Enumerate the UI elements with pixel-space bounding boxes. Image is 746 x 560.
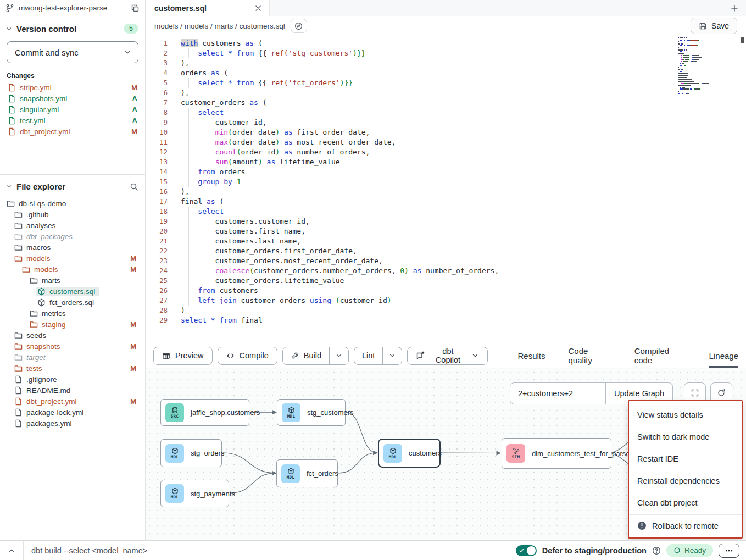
file-tree-item-analyses[interactable]: analyses — [0, 220, 145, 231]
build-options-chevron[interactable] — [329, 347, 348, 364]
code-line: ), — [181, 187, 746, 197]
lineage-node-stg-customers[interactable]: MDLstg_customers — [277, 399, 346, 426]
lint-options-chevron[interactable] — [382, 347, 402, 364]
tab-lineage[interactable]: Lineage — [709, 343, 738, 368]
file-icon — [14, 375, 23, 384]
lint-button[interactable]: Lint — [354, 347, 382, 364]
chevron-down-icon — [335, 352, 343, 359]
new-tab-button[interactable] — [723, 0, 746, 16]
file-tree-item-package-lock-yml[interactable]: package-lock.yml — [0, 407, 145, 418]
file-tree-item-staging[interactable]: stagingM — [0, 319, 145, 330]
file-tree-item--gitignore[interactable]: .gitignore — [0, 374, 145, 385]
line-number: 9 — [146, 118, 168, 127]
lineage-selector-input[interactable] — [510, 383, 605, 404]
dbt-copilot-button[interactable]: dbt Copilot — [407, 347, 487, 365]
menu-item-restart-ide[interactable]: Restart IDE — [629, 448, 742, 470]
main-area: customers.sql models / models / marts / … — [146, 0, 746, 540]
more-options-button[interactable] — [719, 544, 739, 558]
badge-label: MDL — [389, 454, 397, 459]
folder-icon — [14, 210, 23, 219]
file-tree-item-marts[interactable]: marts — [0, 275, 145, 286]
changed-file-row[interactable]: stripe.ymlM — [0, 82, 145, 93]
open-in-explorer-button[interactable] — [291, 19, 307, 33]
file-tree-item--github[interactable]: .github — [0, 209, 145, 220]
code-line: customer_orders.most_recent_order_date, — [181, 256, 746, 266]
code-line: customers.last_name, — [181, 236, 746, 246]
tab-code-quality[interactable]: Code quality — [569, 343, 611, 368]
menu-item-clean-dbt-project[interactable]: Clean dbt project — [629, 492, 742, 514]
changed-file-row[interactable]: test.ymlA — [0, 115, 145, 126]
file-name: analyses — [26, 221, 55, 230]
changed-file-row[interactable]: singular.ymlA — [0, 104, 145, 115]
tab-compiled-code[interactable]: Compiled code — [634, 343, 686, 368]
status-ready-badge[interactable]: Ready — [666, 544, 713, 557]
line-number: 19 — [146, 217, 168, 226]
file-tree-item-macros[interactable]: macros — [0, 242, 145, 253]
menu-item-rollback-to-remote[interactable]: Rollback to remote — [629, 514, 742, 536]
menu-item-label: View status details — [637, 411, 703, 419]
code-content[interactable]: with customers as ( select * from {{ ref… — [176, 35, 746, 343]
status-circle-icon — [673, 547, 681, 554]
tab-customers-sql[interactable]: customers.sql — [146, 0, 270, 16]
lineage-node-stg-orders[interactable]: MDLstg_orders — [160, 439, 222, 467]
lineage-node-fct-orders[interactable]: MDLfct_orders — [276, 459, 338, 487]
file-tree-item-metrics[interactable]: metrics — [0, 308, 145, 319]
line-number: 28 — [146, 306, 168, 315]
file-tree-item-dbt-packages[interactable]: dbt_packages — [0, 231, 145, 242]
file-tree-item-fct-orders-sql[interactable]: fct_orders.sql — [0, 297, 145, 308]
changed-file-row[interactable]: dbt_project.ymlM — [0, 126, 145, 137]
file-tree-item-readme-md[interactable]: README.md — [0, 385, 145, 396]
folder-icon — [14, 353, 23, 362]
mdl-icon — [287, 468, 294, 475]
lineage-node-jaffle-shop-customers[interactable]: SRCjaffle_shop.customers — [160, 399, 249, 426]
expand-command-bar-button[interactable] — [0, 541, 23, 560]
file-tree-item-tests[interactable]: testsM — [0, 363, 145, 374]
lineage-node-customers[interactable]: MDLcustomers — [378, 439, 441, 468]
file-tree-item-customers-sql[interactable]: customers.sql — [0, 286, 145, 297]
save-button[interactable]: Save — [691, 18, 737, 34]
file-name: fct_orders.sql — [49, 298, 94, 307]
breadcrumb: models / models / marts / customers.sql — [154, 22, 285, 30]
copy-icon[interactable] — [131, 4, 140, 13]
version-control-panel: Version control 5 Commit and sync Change… — [0, 16, 145, 175]
command-input[interactable]: dbt build --select <model_name> — [31, 546, 147, 555]
file-tree-item-models[interactable]: modelsM — [0, 253, 145, 264]
file-tree-item-snapshots[interactable]: snapshotsM — [0, 341, 145, 352]
line-number: 29 — [146, 315, 168, 325]
file-tree-item-models[interactable]: modelsM — [0, 264, 145, 275]
chevron-down-icon[interactable] — [5, 25, 13, 32]
breadcrumb-row: models / models / marts / customers.sql … — [146, 16, 746, 35]
build-button[interactable]: Build — [283, 347, 329, 364]
close-tab-icon[interactable] — [254, 4, 263, 13]
commit-options-chevron[interactable] — [116, 42, 138, 63]
tab-results[interactable]: Results — [518, 343, 545, 368]
code-line: left join customer_orders using (custome… — [181, 296, 746, 306]
file-tree-item-db-sl-qs-demo[interactable]: db-sl-qs-demo — [0, 198, 145, 209]
chevron-down-icon[interactable] — [5, 183, 13, 190]
defer-toggle[interactable] — [516, 545, 537, 556]
file-tree-item-dbt-project-yml[interactable]: dbt_project.ymlM — [0, 396, 145, 407]
lineage-node-stg-payments[interactable]: MDLstg_payments — [160, 480, 229, 507]
commit-and-sync-button[interactable]: Commit and sync — [7, 41, 138, 63]
expand-icon — [691, 389, 699, 397]
line-number: 17 — [146, 197, 168, 207]
changed-file-row[interactable]: snapshots.ymlA — [0, 93, 145, 104]
search-icon[interactable] — [130, 182, 138, 191]
preview-button[interactable]: Preview — [153, 347, 213, 365]
code-editor[interactable]: 1234567891011121314151617181920212223242… — [146, 35, 746, 343]
menu-item-view-status-details[interactable]: View status details — [629, 404, 742, 426]
line-number-gutter: 1234567891011121314151617181920212223242… — [146, 35, 176, 343]
file-tree-item-packages-yml[interactable]: packages.yml — [0, 418, 145, 429]
editor-scrollbar-thumb[interactable] — [741, 37, 744, 43]
menu-item-switch-to-dark-mode[interactable]: Switch to dark mode — [629, 426, 742, 448]
chevron-down-icon — [388, 352, 396, 359]
changed-file-name: stripe.yml — [20, 84, 127, 92]
lineage-node-dim-customers-test-for-parse[interactable]: SEMdim_customers_test_for_parse — [502, 438, 611, 469]
file-tree-item-target[interactable]: target — [0, 352, 145, 363]
editor-tab-bar: customers.sql — [146, 0, 746, 16]
help-icon[interactable] — [652, 546, 661, 555]
menu-item-reinstall-dependencies[interactable]: Reinstall dependencies — [629, 470, 742, 492]
compile-button[interactable]: Compile — [218, 347, 277, 365]
file-tree-item-seeds[interactable]: seeds — [0, 330, 145, 341]
line-number: 15 — [146, 177, 168, 187]
